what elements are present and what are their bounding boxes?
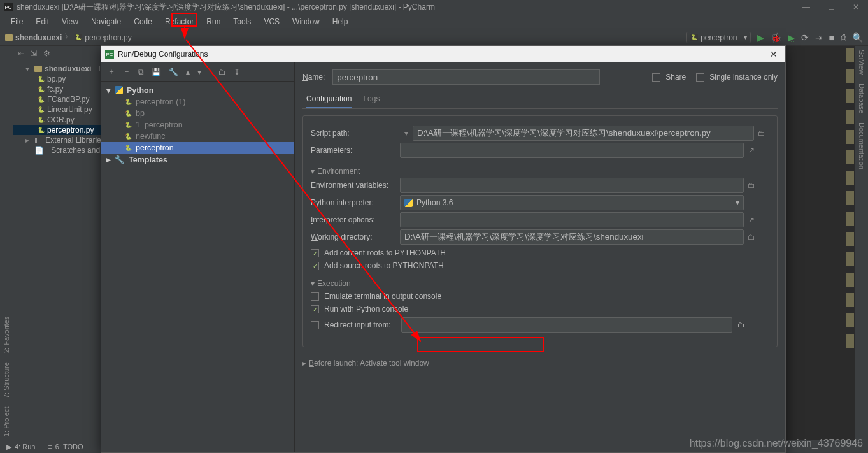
envvars-label: Environment variables: <box>311 181 400 190</box>
editor-minimap <box>846 48 854 428</box>
cfgtree-newfunc[interactable]: 🐍newfunc <box>101 131 294 142</box>
add-config-button[interactable]: ＋ <box>108 66 115 77</box>
toolwin-run[interactable]: ▶ 4: Run <box>6 443 35 451</box>
menu-tools[interactable]: Tools <box>227 16 257 27</box>
close-app-button[interactable]: ✕ <box>853 3 859 11</box>
tab-docs[interactable]: Documentation <box>858 122 865 169</box>
single-instance-checkbox[interactable] <box>696 73 704 82</box>
tab-project[interactable]: 1: Project <box>3 407 10 436</box>
list-icon[interactable]: 🗀 <box>744 181 759 190</box>
browse-icon[interactable]: 🗀 <box>744 233 759 241</box>
run-coverage-button[interactable]: ▶̤ <box>788 32 795 43</box>
tab-structure[interactable]: 7: Structure <box>3 362 10 398</box>
tab-favorites[interactable]: 2: Favorites <box>3 316 10 352</box>
tab-sciview[interactable]: SciView <box>858 50 865 75</box>
envvars-input[interactable] <box>400 178 744 193</box>
cfgtree-perceptron1[interactable]: 🐍perceptron (1) <box>101 96 294 108</box>
cfgtree-bp[interactable]: 🐍bp <box>101 108 294 119</box>
menu-refactor[interactable]: Refactor <box>159 16 199 27</box>
search-everywhere-button[interactable]: 🔍 <box>852 32 863 43</box>
redirect-input-field[interactable] <box>401 317 732 333</box>
folder-config-button[interactable]: 🗀 <box>218 68 226 76</box>
emulate-terminal-checkbox[interactable] <box>311 292 319 301</box>
expand-all-icon[interactable]: ⇲ <box>31 49 37 58</box>
add-content-roots-label: Add content roots to PYTHONPATH <box>324 248 446 257</box>
share-checkbox[interactable] <box>652 73 660 82</box>
before-launch-header[interactable]: ▸Before launch: Activate tool window <box>302 359 778 368</box>
navbar: shenduxuexi 〉 🐍 perceptron.py 🐍 perceptr… <box>0 29 868 46</box>
workdir-input[interactable] <box>400 229 744 245</box>
attach-process-button[interactable]: ⇥ <box>815 32 823 43</box>
minimize-button[interactable]: — <box>802 3 810 11</box>
titlebar: PC shenduxuexi [D:\A研一课程\机器学习\深度学习\深度学习对… <box>0 0 868 14</box>
wrench-icon[interactable]: 🔧 <box>169 68 178 76</box>
browse-icon[interactable]: 🗀 <box>737 320 745 329</box>
menu-run[interactable]: Run <box>201 16 226 27</box>
vcs-update-button[interactable]: ⎙ <box>841 32 846 43</box>
run-config-selector[interactable]: 🐍 perceptron <box>686 32 750 43</box>
menu-edit[interactable]: Edit <box>30 16 55 27</box>
menubar: File Edit View Navigate Code Refactor Ru… <box>0 14 868 29</box>
expand-icon[interactable]: ↗ <box>744 146 759 155</box>
name-input[interactable] <box>332 69 600 85</box>
add-source-roots-checkbox[interactable] <box>311 262 319 270</box>
debug-button[interactable]: 🐞 <box>771 32 781 43</box>
menu-navigate[interactable]: Navigate <box>85 16 127 27</box>
dialog-config-tree-panel: ＋ － ⧉ 💾 🔧 ▴ ▾ | 🗀 ↧ ▾Python 🐍perceptron … <box>101 62 295 452</box>
cfgtree-python[interactable]: ▾Python <box>101 84 294 96</box>
close-dialog-button[interactable]: ✕ <box>766 49 781 59</box>
share-label: Share <box>665 73 686 82</box>
tab-database[interactable]: Database <box>858 83 865 113</box>
menu-code[interactable]: Code <box>128 16 158 27</box>
breadcrumb-separator: 〉 <box>62 32 75 43</box>
folder-icon <box>34 66 42 72</box>
breadcrumb-root[interactable]: shenduxuexi <box>5 33 62 42</box>
sort-config-button[interactable]: ↧ <box>234 68 240 76</box>
dialog-titlebar[interactable]: PC Run/Debug Configurations ✕ <box>101 46 785 62</box>
menu-window[interactable]: Window <box>287 16 325 27</box>
stop-button[interactable]: ■ <box>829 32 834 43</box>
browse-icon[interactable]: 🗀 <box>754 129 769 138</box>
save-config-button[interactable]: 💾 <box>152 68 161 76</box>
run-button[interactable]: ▶ <box>757 32 764 43</box>
collapse-all-icon[interactable]: ⇤ <box>18 49 24 58</box>
menu-vcs[interactable]: VCS <box>258 16 285 27</box>
interp-opts-input[interactable] <box>400 212 744 227</box>
workdir-label: Working directory: <box>311 233 400 241</box>
run-python-console-label: Run with Python console <box>324 305 408 313</box>
tab-logs[interactable]: Logs <box>363 90 380 108</box>
breadcrumb-file[interactable]: 🐍 perceptron.py <box>75 33 131 42</box>
run-python-console-checkbox[interactable] <box>311 305 319 313</box>
name-label: Name: <box>302 73 325 82</box>
menu-file[interactable]: File <box>5 16 29 27</box>
toolwin-todo[interactable]: ≡ 6: TODO <box>48 443 83 450</box>
menu-view[interactable]: View <box>56 16 84 27</box>
redirect-input-checkbox[interactable] <box>311 321 319 329</box>
menu-help[interactable]: Help <box>327 16 354 27</box>
cfgtree-perceptron[interactable]: 🐍perceptron <box>101 142 294 154</box>
tab-configuration[interactable]: Configuration <box>306 90 352 108</box>
copy-config-button[interactable]: ⧉ <box>138 68 144 76</box>
left-tool-strip: 1: Project 7: Structure 2: Favorites <box>0 46 13 440</box>
cfgtree-1perceptron[interactable]: 🐍1_perceptron <box>101 119 294 131</box>
interpreter-select[interactable]: Python 3.6 <box>400 195 744 210</box>
maximize-button[interactable]: ☐ <box>828 3 835 11</box>
script-path-mode-dropdown[interactable]: ▾ <box>400 129 413 138</box>
script-path-input[interactable] <box>413 126 754 141</box>
expand-icon[interactable]: ↗ <box>744 215 759 224</box>
execution-header[interactable]: ▾Execution <box>311 279 769 288</box>
environment-header[interactable]: ▾Environment <box>311 167 769 176</box>
parameters-label: Parameters: <box>311 146 400 155</box>
folder-icon <box>5 34 13 41</box>
profile-button[interactable]: ⟳ <box>801 32 809 43</box>
move-down-button[interactable]: ▾ <box>197 68 201 76</box>
parameters-input[interactable] <box>400 143 744 158</box>
add-content-roots-checkbox[interactable] <box>311 249 319 257</box>
pycharm-icon: PC <box>105 50 114 59</box>
cfgtree-templates[interactable]: ▸🔧Templates <box>101 154 294 166</box>
move-up-button[interactable]: ▴ <box>186 68 190 76</box>
remove-config-button[interactable]: － <box>123 66 131 77</box>
gear-icon[interactable]: ⚙ <box>43 49 50 58</box>
run-debug-configurations-dialog: PC Run/Debug Configurations ✕ ＋ － ⧉ 💾 🔧 … <box>101 45 786 453</box>
single-instance-label: Single instance only <box>709 73 778 82</box>
